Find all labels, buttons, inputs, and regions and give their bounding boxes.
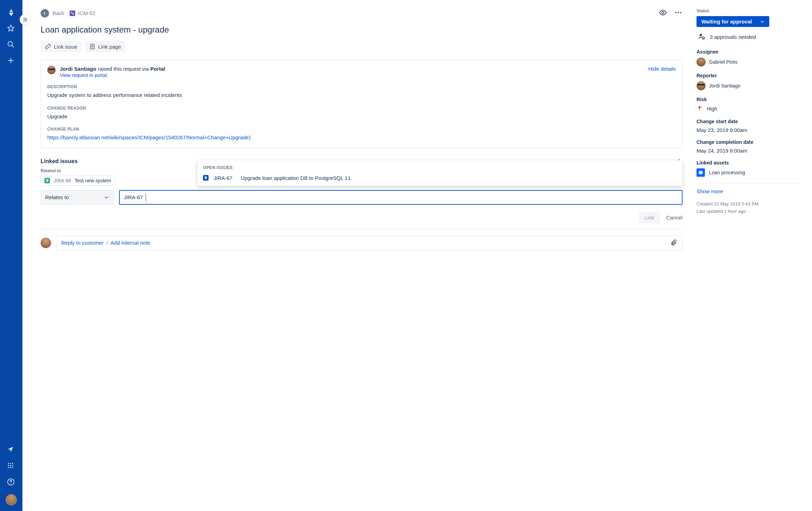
asset-icon — [696, 168, 705, 177]
issue-key-link[interactable]: ICM-52 — [70, 10, 95, 16]
reporter-label: Reporter — [696, 73, 798, 78]
status-label: Status — [696, 8, 798, 13]
svg-point-9 — [12, 467, 13, 468]
requester-avatar — [47, 66, 56, 74]
change-start-value: May 23, 2019 9:00am — [696, 127, 798, 133]
back-label: Back — [52, 10, 64, 16]
svg-point-17 — [680, 12, 681, 13]
show-more-link[interactable]: Show more — [696, 188, 723, 194]
cancel-button[interactable]: Cancel — [666, 212, 682, 223]
reply-box[interactable]: Reply to customer / Add internal note — [56, 236, 682, 250]
linked-issue-row[interactable]: JIRA-66 Test new system — [41, 175, 115, 186]
link-issue-search-input[interactable] — [119, 190, 682, 205]
approvals-text: 3 approvals needed — [710, 34, 756, 40]
description-label: DESCRIPTION — [47, 84, 676, 89]
link-issue-label: Link issue — [54, 44, 77, 50]
svg-point-6 — [12, 465, 13, 466]
issue-suggest-panel: OPEN ISSUES JIRA-67 Upgrade loan applica… — [197, 160, 682, 186]
story-icon — [44, 178, 50, 183]
linked-issues-heading: Linked issues — [41, 158, 78, 164]
back-arrow-icon — [41, 9, 49, 18]
risk-high-icon — [696, 105, 703, 112]
change-plan-link[interactable]: https://bancly.atlassian.net/wiki/spaces… — [47, 134, 251, 140]
star-icon[interactable] — [7, 24, 15, 33]
svg-point-2 — [10, 463, 11, 464]
created-meta: Created 22 May 2019 5:43 PM — [696, 201, 798, 208]
assignee-label: Assignee — [696, 49, 798, 55]
change-complete-value: May 24, 2019 9:00am — [696, 148, 798, 154]
change-issue-type-icon — [70, 10, 75, 16]
risk-text: High — [707, 106, 717, 112]
svg-rect-12 — [71, 12, 72, 13]
notifications-icon[interactable] — [7, 446, 15, 454]
svg-rect-13 — [73, 13, 74, 14]
details-sidebar: Status Waiting for approval 3 approvals … — [696, 0, 812, 511]
current-user-avatar — [41, 238, 51, 248]
chevron-down-icon — [103, 194, 110, 201]
link-page-label: Link page — [98, 44, 121, 50]
create-icon[interactable] — [7, 57, 15, 65]
page-title: Loan application system - upgrade — [41, 25, 682, 35]
issue-key-text: ICM-52 — [78, 10, 95, 16]
svg-point-5 — [10, 465, 11, 466]
link-issue-button[interactable]: Link issue — [41, 41, 82, 52]
reporter-name: Jordi Santiago — [709, 83, 741, 89]
change-reason-text: Upgrade — [47, 113, 676, 121]
page-icon — [89, 43, 96, 50]
svg-point-0 — [8, 42, 13, 46]
linked-assets-label: Linked assets — [696, 160, 798, 166]
svg-point-14 — [662, 12, 664, 14]
help-icon[interactable] — [7, 478, 15, 486]
reply-to-customer-link[interactable]: Reply to customer — [61, 240, 104, 246]
risk-value: High — [696, 105, 798, 112]
attachment-icon[interactable] — [670, 239, 677, 247]
more-actions-icon[interactable] — [674, 8, 682, 18]
status-dropdown[interactable]: Waiting for approval — [696, 16, 769, 27]
change-start-label: Change start date — [696, 119, 798, 124]
suggest-item-summary: Upgrade loan application DB to PostgreSQ… — [241, 175, 352, 181]
svg-point-8 — [10, 467, 11, 468]
updated-meta: Last updated 1 hour ago — [696, 208, 798, 215]
global-nav — [0, 0, 22, 511]
view-in-portal-link[interactable]: View request in portal — [60, 72, 107, 78]
chevron-down-icon — [760, 19, 765, 24]
raised-by-text: Jordi Santiago raised this request via P… — [60, 66, 644, 72]
assignee-avatar — [696, 57, 706, 66]
link-icon — [45, 43, 51, 50]
product-logo-icon[interactable] — [7, 8, 15, 17]
linked-asset-item[interactable]: Loan processing — [696, 168, 798, 177]
suggest-item-key: JIRA-67 — [214, 175, 236, 181]
change-complete-label: Change completion date — [696, 139, 798, 145]
svg-point-15 — [675, 12, 677, 13]
apps-icon[interactable] — [7, 462, 15, 470]
reply-separator: / — [106, 240, 108, 246]
suggest-item[interactable]: JIRA-67 Upgrade loan application DB to P… — [203, 174, 677, 182]
svg-point-11 — [10, 483, 11, 484]
link-page-button[interactable]: Link page — [85, 41, 125, 52]
add-internal-note-link[interactable]: Add internal note — [111, 240, 150, 246]
suggest-section-label: OPEN ISSUES — [203, 165, 677, 170]
watch-icon[interactable] — [659, 8, 667, 18]
link-type-select[interactable]: Relates to — [41, 190, 114, 205]
svg-point-7 — [8, 467, 9, 468]
asset-name: Loan processing — [709, 170, 745, 175]
linked-issue-summary: Test new system — [75, 178, 111, 183]
profile-avatar[interactable] — [6, 494, 17, 505]
search-icon[interactable] — [7, 41, 15, 49]
assignee-value[interactable]: Gabriel Pires — [696, 57, 798, 66]
linked-issue-key: JIRA-66 — [54, 178, 71, 183]
link-button[interactable]: Link — [639, 212, 660, 223]
sidebar-toggle[interactable] — [20, 14, 31, 25]
svg-point-19 — [700, 34, 702, 36]
svg-point-3 — [12, 463, 13, 464]
assignee-name: Gabriel Pires — [709, 59, 737, 65]
change-reason-label: CHANGE REASON — [47, 106, 676, 111]
reporter-value[interactable]: Jordi Santiago — [696, 81, 798, 90]
story-icon — [203, 175, 209, 181]
hide-details-link[interactable]: Hide details — [649, 66, 676, 72]
approvals-icon — [698, 33, 706, 41]
reporter-avatar — [696, 81, 706, 90]
risk-label: Risk — [696, 97, 798, 102]
approvals-row: 3 approvals needed — [696, 33, 798, 41]
back-button[interactable]: Back — [41, 9, 64, 18]
